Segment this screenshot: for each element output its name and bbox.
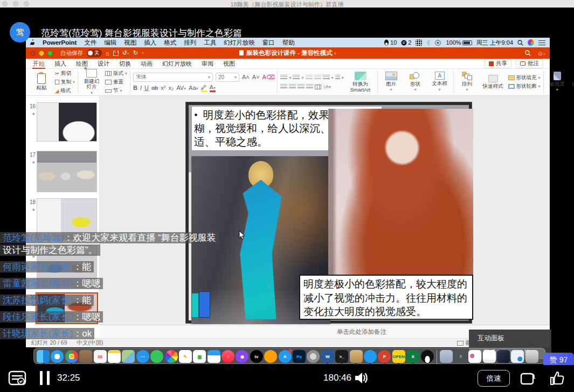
dock-icon[interactable]	[483, 349, 496, 365]
volume-button[interactable]	[353, 370, 368, 386]
ppt-minimize-button[interactable]	[39, 51, 44, 56]
menubar-app-name[interactable]: PowerPoint	[43, 39, 77, 46]
dock-icon[interactable]	[51, 349, 64, 365]
shapes-button[interactable]: 形状▾	[405, 72, 426, 93]
layout-button[interactable]: 版式 ▾	[105, 70, 127, 77]
change-case-button[interactable]: Aa▾	[189, 85, 198, 91]
shape-outline-button[interactable]: 形状轮廓 ▾	[508, 83, 541, 90]
align-right-button[interactable]	[298, 84, 305, 89]
grow-font-button[interactable]: A˄	[242, 74, 250, 80]
dock-icon[interactable]	[108, 349, 121, 365]
menubar-item[interactable]: 格式	[164, 39, 176, 46]
menubar-item[interactable]: 插入	[144, 39, 156, 46]
text-direction-button[interactable]	[315, 85, 321, 89]
dock-icon[interactable]	[264, 349, 277, 365]
dock-icon[interactable]	[122, 349, 135, 365]
dock-icon[interactable]: ◉	[236, 349, 248, 365]
menubar-item[interactable]: 排列	[184, 39, 196, 46]
dock-icon[interactable]: Ps	[293, 349, 306, 365]
dock-icon[interactable]: X	[406, 349, 419, 365]
dock-icon[interactable]: A	[279, 349, 292, 365]
streamer-avatar[interactable]: 莺	[10, 22, 30, 43]
dock-icon[interactable]	[468, 349, 481, 365]
toolbar-more-icon[interactable]: ▾	[142, 51, 144, 55]
section-button[interactable]: 节 ▾	[105, 87, 127, 94]
ribbon-tab[interactable]: 视图	[223, 59, 236, 68]
character-spacing-button[interactable]: AV▾	[176, 85, 186, 91]
quick-styles-button[interactable]: 快速样式	[481, 75, 506, 89]
dock-icon[interactable]: >_	[335, 349, 348, 365]
font-name-select[interactable]: 宋体▾	[133, 73, 213, 82]
dock-icon[interactable]: P	[378, 349, 391, 365]
notification-center-icon[interactable]	[538, 40, 545, 45]
design-ideas-button[interactable]: 设计灵感	[571, 72, 574, 93]
menubar-clock[interactable]: 周三 上午9:04	[476, 39, 513, 47]
dock-icon[interactable]: ⋯	[136, 349, 149, 365]
convert-smartart-button[interactable]: 转换为SmartArt	[347, 72, 375, 93]
clear-formatting-button[interactable]: A⌫	[262, 74, 275, 81]
message-status-icon[interactable]: 2	[401, 39, 411, 46]
dock-icon[interactable]	[437, 350, 437, 364]
strikethrough-button[interactable]: ab	[151, 85, 158, 91]
slide-caption-textbox[interactable]: 明度差极小的色彩搭配，较大程度的减小了视觉的冲击力。往往用材料的变化拉大明度的视…	[299, 275, 473, 320]
justify-button[interactable]	[306, 84, 313, 89]
bluetooth-icon[interactable]	[426, 40, 430, 46]
menubar-item[interactable]: 帮助	[282, 39, 295, 46]
dock-icon[interactable]: ✎	[179, 349, 192, 365]
ribbon-tab[interactable]: 开始	[32, 59, 45, 69]
dock-icon[interactable]: ♪	[222, 349, 234, 365]
align-text-button[interactable]: ↕A▾	[323, 84, 331, 89]
ribbon-tab[interactable]: 设计	[97, 59, 110, 68]
dock-icon[interactable]: ?	[454, 349, 467, 365]
bullets-button[interactable]	[280, 75, 287, 80]
cut-button[interactable]: ✂ 剪切	[55, 70, 75, 77]
menubar-item[interactable]: 编辑	[104, 39, 116, 46]
dock-icon[interactable]: OPEN	[392, 349, 405, 365]
copy-button[interactable]: 复制 ▾	[55, 79, 75, 86]
menubar-item[interactable]: 工具	[204, 39, 216, 46]
picture-button[interactable]: 图片▾	[381, 72, 402, 93]
highlight-button[interactable]: 🖉	[201, 84, 207, 92]
dock-icon[interactable]: tv	[250, 349, 263, 365]
slide-thumbnail-image[interactable]	[37, 102, 97, 142]
menubar-item[interactable]: 幻灯片放映	[224, 39, 255, 46]
font-size-select[interactable]: 20▾	[216, 73, 239, 82]
slide-thumbnail-image[interactable]	[37, 151, 97, 192]
dock-icon[interactable]: W	[321, 349, 334, 365]
share-button[interactable]: 共享	[485, 59, 511, 68]
input-method-icon[interactable]	[416, 39, 422, 46]
bold-button[interactable]: B	[133, 85, 137, 91]
home-icon[interactable]: ⌂	[106, 50, 109, 57]
dock-icon[interactable]	[150, 349, 163, 365]
arrange-button[interactable]: 排列▾	[457, 72, 478, 93]
sensitivity-button[interactable]: 敏感度▾	[547, 72, 568, 93]
ribbon-tab[interactable]: 切换	[119, 59, 132, 68]
ppt-close-button[interactable]	[30, 51, 36, 56]
increase-indent-button[interactable]	[314, 75, 321, 80]
paste-button[interactable]: 粘贴	[31, 73, 52, 90]
ribbon-tab[interactable]: 动画	[140, 59, 153, 68]
apple-menu-icon[interactable]	[30, 39, 36, 46]
feedback-smiley-icon[interactable]: ☺▾	[537, 50, 545, 57]
subscript-button[interactable]: x₂	[168, 85, 174, 91]
screen-share-icon[interactable]	[434, 40, 441, 46]
ribbon-tab[interactable]: 幻灯片放映	[162, 59, 192, 68]
align-left-button[interactable]	[280, 84, 287, 89]
numbering-button[interactable]	[293, 75, 300, 80]
format-painter-button[interactable]: ◢ 格式	[55, 87, 75, 94]
dock-icon[interactable]	[65, 349, 78, 365]
qq-status-icon[interactable]: 10	[384, 39, 397, 46]
menubar-item[interactable]: 窗口	[262, 39, 275, 46]
dock-icon[interactable]	[364, 349, 377, 365]
autosave-toggle[interactable]: 关	[87, 49, 102, 57]
dock-icon[interactable]	[307, 349, 320, 365]
align-center-button[interactable]	[289, 84, 296, 89]
dock-icon[interactable]	[497, 349, 510, 365]
undo-icon[interactable]: ↺▾	[122, 50, 129, 57]
dock-icon[interactable]	[440, 349, 453, 365]
ppt-zoom-button[interactable]	[47, 51, 53, 56]
dock-icon[interactable]	[421, 349, 434, 365]
like-button[interactable]	[549, 370, 566, 387]
save-icon[interactable]	[113, 51, 119, 56]
redo-icon[interactable]: ↻	[133, 50, 138, 57]
